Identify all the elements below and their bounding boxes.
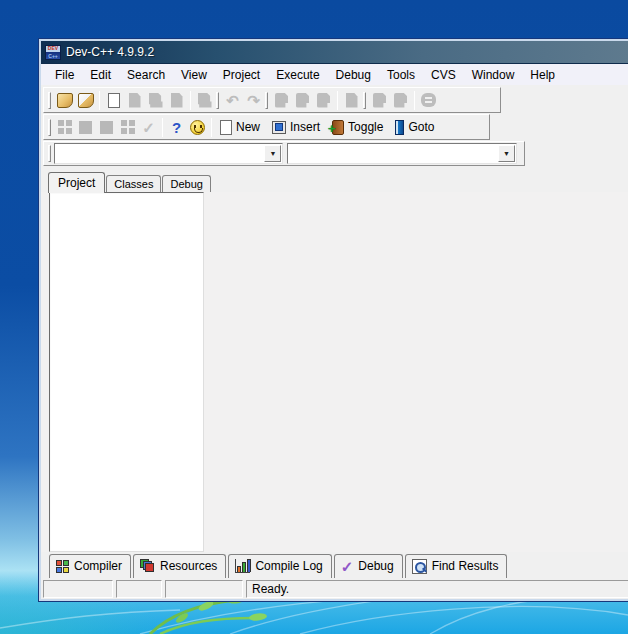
save-icon (129, 93, 141, 108)
toolbar-separator (99, 91, 100, 110)
class-combo[interactable]: ▼ (54, 143, 284, 164)
insert-button[interactable]: Insert (267, 116, 327, 138)
tab-project[interactable]: Project (48, 172, 105, 193)
about-button[interactable] (187, 117, 208, 138)
new-bookmark-icon (220, 120, 232, 135)
menu-project[interactable]: Project (215, 66, 268, 84)
menu-execute[interactable]: Execute (268, 66, 327, 84)
toolbar-separator (211, 118, 212, 137)
abort-compilation-icon (421, 93, 436, 107)
undo-button[interactable]: ↶ (222, 90, 243, 111)
save-all-icon (149, 93, 163, 108)
debug-check-icon: ✓ (341, 559, 354, 574)
desktop: DEV C++ Dev-C++ 4.9.9.2 File Edit Search… (0, 0, 628, 634)
check-syntax-button[interactable]: ✓ (138, 117, 159, 138)
print-button[interactable] (194, 90, 215, 111)
chevron-down-icon: ▼ (503, 150, 510, 157)
rebuild-all-icon (346, 93, 358, 108)
profile-button[interactable] (390, 90, 411, 111)
compile-log-icon (235, 559, 250, 573)
save-all-button[interactable] (145, 90, 166, 111)
compile-button[interactable] (271, 90, 292, 111)
menu-window[interactable]: Window (464, 66, 523, 84)
add-to-project-button[interactable] (75, 117, 96, 138)
goto-bookmark-button[interactable]: Goto (390, 116, 441, 138)
tab-compile-log[interactable]: Compile Log (228, 554, 331, 578)
statusbar-panel-insert (165, 580, 243, 598)
menu-edit[interactable]: Edit (82, 66, 119, 84)
print-icon (198, 93, 212, 108)
insert-icon (272, 121, 286, 134)
menubar: File Edit Search View Project Execute De… (41, 64, 628, 85)
statusbar-message: Ready. (246, 580, 628, 598)
tab-classes[interactable]: Classes (106, 175, 161, 192)
toolbar-grip[interactable] (48, 145, 51, 162)
menu-view[interactable]: View (173, 66, 215, 84)
statusbar-panel-modified (116, 580, 162, 598)
compile-and-run-icon (317, 93, 330, 108)
compile-and-run-button[interactable] (313, 90, 334, 111)
chevron-down-icon: ▼ (270, 150, 277, 157)
toolbar-grip[interactable] (48, 119, 51, 136)
resources-icon (140, 559, 155, 573)
add-to-project-icon (79, 121, 92, 134)
toolbar-separator (190, 91, 191, 110)
profile-icon (394, 93, 407, 108)
tab-debug[interactable]: Debug (162, 175, 210, 192)
close-file-icon (171, 93, 183, 108)
statusbar-panel-caret (43, 580, 113, 598)
menu-file[interactable]: File (47, 66, 82, 84)
run-icon (296, 93, 309, 108)
project-options-button[interactable] (117, 117, 138, 138)
tab-debug-report[interactable]: ✓ Debug (334, 554, 403, 578)
toolbar-separator (414, 91, 415, 110)
goto-bookmark-icon (395, 120, 404, 135)
tab-find-results[interactable]: Find Results (405, 554, 508, 578)
toolbar-grip[interactable] (363, 92, 366, 109)
toolbar-class-browser: ▼ ▼ (43, 141, 525, 166)
menu-tools[interactable]: Tools (379, 66, 423, 84)
abort-compilation-button[interactable] (418, 90, 439, 111)
rebuild-all-button[interactable] (341, 90, 362, 111)
window-title: Dev-C++ 4.9.9.2 (66, 45, 154, 59)
run-button[interactable] (292, 90, 313, 111)
tab-compiler[interactable]: Compiler (49, 554, 131, 578)
open-project-button[interactable] (75, 90, 96, 111)
insert-label: Insert (290, 120, 320, 134)
toggle-bookmark-button[interactable]: Toggle (327, 116, 390, 138)
titlebar[interactable]: DEV C++ Dev-C++ 4.9.9.2 (41, 41, 628, 64)
help-icon: ? (172, 120, 181, 135)
menu-cvs[interactable]: CVS (423, 66, 464, 84)
new-file-button[interactable] (103, 90, 124, 111)
app-icon: DEV C++ (45, 45, 61, 60)
tab-compile-log-label: Compile Log (255, 559, 322, 573)
menu-debug[interactable]: Debug (328, 66, 379, 84)
devcpp-window: DEV C++ Dev-C++ 4.9.9.2 File Edit Search… (38, 38, 628, 602)
member-combo[interactable]: ▼ (287, 143, 517, 164)
check-syntax-icon: ✓ (142, 120, 155, 135)
class-combo-dropdown-button[interactable]: ▼ (264, 145, 281, 162)
redo-button[interactable]: ↷ (243, 90, 264, 111)
new-file-icon (108, 93, 120, 108)
client-area (41, 192, 628, 552)
menu-help[interactable]: Help (522, 66, 563, 84)
new-project-button[interactable] (54, 90, 75, 111)
toolbar-grip[interactable] (216, 92, 219, 109)
app-icon-text-dev: DEV (48, 46, 58, 51)
debug-button[interactable] (369, 90, 390, 111)
save-button[interactable] (124, 90, 145, 111)
new-bookmark-button[interactable]: New (215, 116, 267, 138)
undo-icon: ↶ (226, 93, 239, 108)
help-button[interactable]: ? (166, 117, 187, 138)
close-file-button[interactable] (166, 90, 187, 111)
toolbar-grip[interactable] (48, 92, 51, 109)
toolbar-grip[interactable] (265, 92, 268, 109)
tab-resources[interactable]: Resources (133, 554, 226, 578)
toolbar-area: ↶ ↷ (41, 85, 628, 168)
menu-search[interactable]: Search (119, 66, 173, 84)
remove-from-project-button[interactable] (96, 117, 117, 138)
project-tree-panel[interactable] (49, 192, 204, 552)
new-source-button[interactable] (54, 117, 75, 138)
goto-label: Goto (408, 120, 434, 134)
member-combo-dropdown-button[interactable]: ▼ (498, 145, 515, 162)
